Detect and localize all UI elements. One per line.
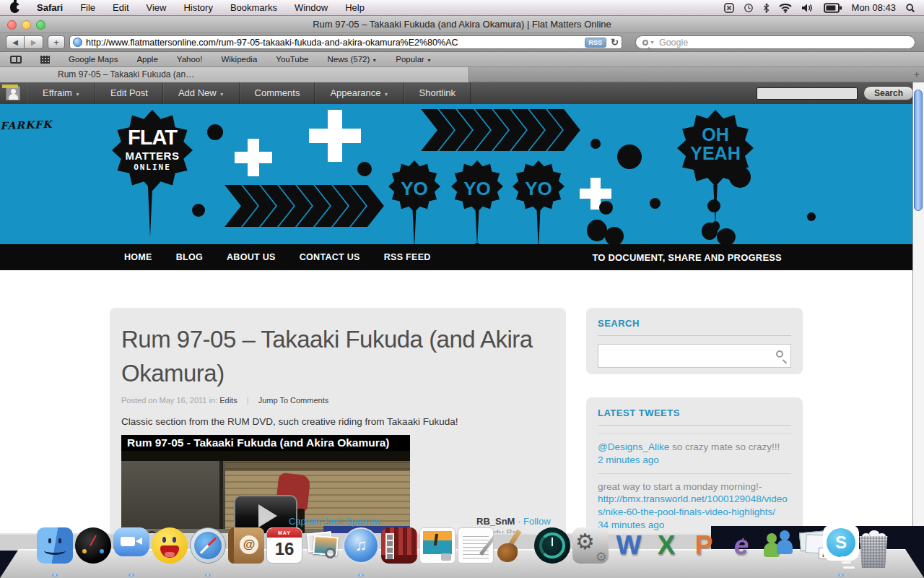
- sidebar-search-widget: SEARCH: [586, 308, 803, 374]
- running-indicator: [358, 574, 364, 577]
- dock-finder-icon[interactable]: [37, 527, 73, 564]
- bookmark-apple[interactable]: Apple: [136, 55, 157, 64]
- nav-rss-feed[interactable]: RSS FEED: [384, 252, 431, 262]
- reload-icon[interactable]: ↻: [611, 37, 619, 48]
- browser-toolbar: ◀ ▶ + http://www.flatmattersonline.com/r…: [0, 33, 924, 52]
- dock-excel-icon[interactable]: X: [648, 527, 684, 564]
- admin-comments[interactable]: Comments: [240, 82, 315, 104]
- rss-badge[interactable]: RSS: [585, 38, 607, 48]
- nav-about-us[interactable]: ABOUT US: [227, 252, 276, 262]
- logo-line-1: FLAT: [112, 126, 193, 150]
- time-machine-icon[interactable]: [744, 3, 754, 13]
- sidebar-tweets-widget: LATEST TWEETS @Designs_Alike so crazy ma…: [586, 397, 803, 535]
- dock-system-preferences-icon[interactable]: ⚙⚙: [572, 527, 609, 564]
- dock-address-book-icon[interactable]: @: [228, 527, 264, 564]
- nav-contact-us[interactable]: CONTACT US: [300, 252, 360, 262]
- admin-add-new[interactable]: Add New▼: [163, 82, 240, 104]
- new-tab-button[interactable]: +: [914, 69, 920, 80]
- menu-help[interactable]: Help: [345, 2, 365, 13]
- bookmark-youtube[interactable]: YouTube: [276, 55, 308, 64]
- menu-window[interactable]: Window: [295, 2, 328, 13]
- apple-menu-icon[interactable]: [10, 2, 19, 13]
- rb-snm-row: RB_SnM · Follow: [476, 516, 551, 527]
- oh-yeah-splat: OH YEAH: [677, 110, 754, 186]
- dock-powerpoint-icon[interactable]: P: [686, 527, 722, 564]
- back-button[interactable]: ◀: [6, 35, 25, 49]
- url-text[interactable]: http://www.flatmattersonline.com/rum-97-…: [86, 38, 585, 48]
- menu-view[interactable]: View: [147, 2, 167, 13]
- tab-rum-97-05[interactable]: Rum 97-05 – Takaaki Fukuda (an…: [0, 67, 469, 82]
- volume-icon[interactable]: [801, 3, 814, 13]
- dock-safari-icon[interactable]: [190, 527, 226, 564]
- dock-preview-icon[interactable]: [305, 527, 341, 564]
- tweet-url-link[interactable]: http://bmx.transworld.net/1000129048/vid…: [598, 493, 788, 517]
- bookmark-yahoo[interactable]: Yahoo!: [177, 55, 203, 64]
- bookmark-google-maps[interactable]: Google Maps: [69, 55, 118, 64]
- search-widget-title: SEARCH: [598, 318, 791, 329]
- admin-user-menu[interactable]: Effraim▼: [27, 82, 95, 104]
- captain-jack-sparrow-link[interactable]: Captain Jack Sparrow: [289, 516, 380, 527]
- scrollbar-thumb[interactable]: [914, 90, 923, 211]
- menu-bar: Safari File Edit View History Bookmarks …: [0, 0, 924, 16]
- admin-edit-post[interactable]: Edit Post: [95, 82, 163, 104]
- dock-dashboard-icon[interactable]: [75, 527, 111, 564]
- battery-icon[interactable]: [824, 3, 842, 13]
- running-indicator: [205, 574, 211, 577]
- google-search-field[interactable]: ▼ Google: [635, 35, 915, 49]
- dock-ichat-icon[interactable]: [113, 527, 149, 564]
- post-body-text: Classic section from the RUM DVD, such c…: [121, 416, 554, 427]
- bookmark-news-folder[interactable]: News (572)▼: [328, 55, 378, 64]
- dock-msn-messenger-icon[interactable]: [761, 527, 797, 564]
- menu-bookmarks[interactable]: Bookmarks: [230, 2, 277, 13]
- add-bookmark-button[interactable]: +: [48, 35, 65, 49]
- tweet-user-link[interactable]: @Designs_Alike: [598, 441, 669, 452]
- dock-time-machine-icon[interactable]: [534, 527, 570, 564]
- admin-search-button[interactable]: Search: [863, 86, 914, 100]
- dock-garageband-icon[interactable]: [496, 527, 532, 564]
- bookmark-wikipedia[interactable]: Wikipedia: [221, 55, 257, 64]
- nav-home[interactable]: HOME: [124, 252, 152, 262]
- nav-blog[interactable]: BLOG: [176, 252, 203, 262]
- avatar[interactable]: [6, 86, 20, 100]
- admin-search-input[interactable]: [757, 87, 858, 100]
- menu-history[interactable]: History: [183, 2, 212, 13]
- bookmarks-book-icon[interactable]: [10, 56, 22, 64]
- menu-file[interactable]: File: [80, 2, 95, 13]
- dock-photo-booth-icon[interactable]: [381, 527, 417, 564]
- top-sites-grid-icon[interactable]: [40, 56, 50, 64]
- search-magnifier-icon[interactable]: [776, 350, 783, 358]
- address-bar[interactable]: http://www.flatmattersonline.com/rum-97-…: [69, 35, 622, 49]
- dock-yahoo-messenger-icon[interactable]: [152, 527, 188, 564]
- bookmarks-bar: Google Maps Apple Yahoo! Wikipedia YouTu…: [0, 52, 924, 67]
- dock-itunes-icon[interactable]: ♫: [343, 527, 379, 564]
- dock-textedit-icon[interactable]: [458, 527, 494, 564]
- dock-word-icon[interactable]: W: [611, 527, 647, 564]
- bookmark-popular-folder[interactable]: Popular▼: [396, 55, 432, 64]
- spaces-icon[interactable]: [724, 3, 734, 13]
- admin-appearance[interactable]: Appearance▼: [315, 82, 404, 104]
- dot: [807, 212, 816, 221]
- search-engine-caret-icon[interactable]: ▼: [650, 40, 655, 45]
- dock-ical-icon[interactable]: MAY16: [266, 527, 302, 564]
- dock-entourage-icon[interactable]: e: [723, 527, 759, 564]
- dock-iphoto-icon[interactable]: [419, 527, 456, 564]
- follow-link[interactable]: · Follow: [518, 516, 551, 527]
- spotlight-icon[interactable]: [905, 3, 915, 13]
- bluetooth-icon[interactable]: [763, 3, 770, 13]
- splat-drip: [473, 211, 481, 244]
- forward-button[interactable]: ▶: [25, 35, 43, 49]
- post-category-link[interactable]: Edits: [219, 396, 237, 405]
- admin-shortlink[interactable]: Shortlink: [404, 82, 471, 104]
- menu-edit[interactable]: Edit: [113, 2, 128, 13]
- wifi-icon[interactable]: [779, 3, 792, 13]
- menu-safari[interactable]: Safari: [37, 2, 63, 13]
- menu-clock[interactable]: Mon 08:43: [852, 2, 896, 13]
- dock-trash-icon[interactable]: [856, 529, 891, 568]
- sidebar-search-input[interactable]: [598, 344, 791, 368]
- chevron-down-icon: ▼: [372, 58, 377, 63]
- blob: [717, 228, 736, 244]
- rb-snm-user[interactable]: RB_SnM: [476, 516, 515, 527]
- window-title-bar[interactable]: Rum 97-05 – Takaaki Fukuda (and Akira Ok…: [0, 16, 924, 33]
- tweet-time-link[interactable]: 2 minutes ago: [598, 454, 659, 465]
- jump-to-comments-link[interactable]: Jump To Comments: [258, 396, 329, 405]
